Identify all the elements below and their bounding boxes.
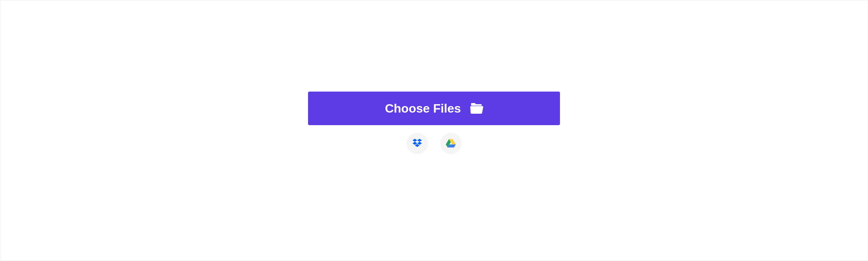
choose-files-button[interactable]: Choose Files [308,92,560,125]
google-drive-button[interactable] [440,133,461,154]
file-upload-panel: Choose Files [308,92,560,154]
choose-files-label: Choose Files [385,102,461,116]
dropbox-icon [412,138,423,150]
google-drive-icon [445,138,456,150]
folder-open-icon [470,103,483,114]
cloud-sources-row [407,133,461,154]
dropbox-button[interactable] [407,133,428,154]
